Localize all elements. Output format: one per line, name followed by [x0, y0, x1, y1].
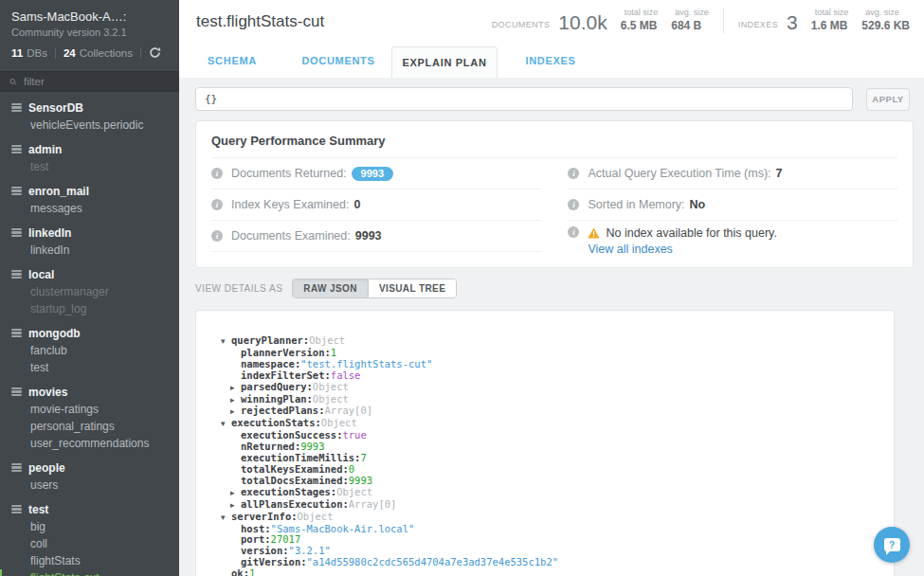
collection-item[interactable]: test: [0, 359, 179, 376]
collection-item[interactable]: startup_log: [0, 300, 179, 317]
tab[interactable]: INDEXES: [498, 43, 604, 78]
collection-item[interactable]: movie-ratings: [0, 401, 179, 418]
collection-item[interactable]: users: [0, 477, 179, 494]
json-value: Object: [313, 381, 349, 392]
json-value: true: [342, 429, 366, 441]
toggle-option[interactable]: RAW JSON: [293, 279, 368, 297]
database-name: linkedIn: [28, 226, 71, 240]
json-line: ok:1: [219, 568, 875, 576]
info-icon[interactable]: i: [211, 230, 223, 242]
database-item[interactable]: people: [0, 459, 179, 477]
summary-left-column: i Documents Returned: 9993 i Index Keys …: [211, 158, 541, 258]
tab-label: DOCUMENTS: [301, 55, 374, 66]
info-icon[interactable]: i: [568, 226, 579, 238]
apply-button[interactable]: APPLY: [866, 88, 910, 111]
info-icon[interactable]: i: [568, 199, 579, 210]
collection-item[interactable]: messages: [0, 200, 179, 217]
collection-item[interactable]: personal_ratings: [0, 418, 179, 435]
tab-bar: SCHEMA DOCUMENTS EXPLAIN PLAN INDEXES: [179, 43, 924, 78]
collection-name: user_recommendations: [30, 437, 149, 450]
collection-item[interactable]: user_recommendations: [0, 435, 179, 452]
collection-item[interactable]: fanclub: [0, 342, 179, 359]
expand-arrow-icon[interactable]: ▸: [230, 395, 241, 406]
expand-arrow-icon[interactable]: ▾: [221, 336, 231, 348]
database-item[interactable]: admin: [0, 140, 179, 158]
collection-item[interactable]: clustermanager: [0, 283, 179, 300]
collection-item[interactable]: test: [0, 158, 179, 175]
json-key: allPlansExecution:: [241, 498, 349, 510]
filter-input[interactable]: [24, 76, 170, 87]
json-value: 27017: [271, 533, 301, 545]
collection-list: linkedIn: [0, 242, 179, 259]
database-icon: [11, 387, 22, 397]
database-item[interactable]: linkedIn: [0, 224, 179, 242]
collection-list: users: [0, 477, 179, 494]
collection-name: test: [30, 160, 48, 173]
json-value: Object: [309, 334, 345, 346]
json-key: parsedQuery:: [241, 381, 313, 392]
database-name: movies: [28, 386, 67, 399]
toggle-option[interactable]: VISUAL TREE: [368, 279, 456, 297]
json-value: Array[0]: [349, 498, 397, 510]
info-icon[interactable]: i: [211, 199, 223, 210]
collection-item[interactable]: flightStats: [0, 552, 179, 569]
database-name: test: [28, 503, 48, 516]
refresh-icon-glyph: [149, 46, 161, 59]
database-item[interactable]: enron_mail: [0, 182, 179, 200]
json-key: ok:: [231, 567, 249, 576]
database-item[interactable]: mongodb: [0, 324, 179, 342]
help-button[interactable]: ?: [874, 527, 910, 563]
expand-arrow-icon[interactable]: ▾: [221, 513, 231, 524]
collection-list: test: [0, 158, 179, 175]
json-value: Object: [298, 511, 334, 522]
search-icon: [9, 77, 17, 87]
collection-item[interactable]: flightStats-cut: [0, 569, 179, 576]
database-item[interactable]: SensorDB: [0, 99, 179, 117]
json-value: "3.2.1": [289, 545, 331, 556]
query-input[interactable]: [195, 87, 853, 111]
json-key: queryPlanner:: [231, 334, 309, 346]
database-item[interactable]: local: [0, 265, 179, 283]
json-key: host:: [241, 523, 271, 534]
avg-size-label: avg. size: [675, 8, 709, 18]
info-icon[interactable]: i: [211, 168, 223, 179]
info-icon[interactable]: i: [568, 168, 579, 179]
view-details-row: VIEW DETAILS AS RAW JSON VISUAL TREE: [195, 279, 915, 298]
json-key: executionSuccess:: [241, 429, 342, 441]
toggle-option-label: RAW JSON: [303, 283, 357, 294]
total-size-label: total size: [625, 8, 659, 18]
database-item[interactable]: test: [0, 500, 179, 518]
view-all-indexes-link[interactable]: View all indexes: [588, 243, 672, 256]
query-bar: APPLY: [195, 87, 915, 111]
db-count: 11: [11, 47, 23, 59]
json-value: Array[0]: [325, 405, 373, 416]
instance-stats: 11 DBs 24 Collections: [11, 46, 168, 59]
database-icon: [11, 228, 22, 238]
json-key: executionStages:: [241, 486, 336, 497]
collection-item[interactable]: linkedIn: [0, 242, 179, 259]
collection-name: vehicleEvents.periodic: [30, 118, 143, 132]
json-key: executionTimeMillis:: [241, 452, 360, 463]
json-key: totalKeysExamined:: [241, 463, 349, 475]
collection-item[interactable]: coll: [0, 535, 179, 552]
collection-item[interactable]: big: [0, 518, 179, 535]
database-icon: [11, 329, 22, 338]
collection-list: messages: [0, 200, 179, 217]
expand-arrow-icon[interactable]: ▸: [230, 488, 241, 499]
documents-total-size: total size 6.5 MB: [616, 8, 659, 33]
tab[interactable]: SCHEMA: [179, 43, 285, 78]
expand-arrow-icon[interactable]: ▾: [221, 419, 231, 430]
page-title: test.flightStats-cut: [196, 12, 324, 31]
documents-count: 10.0k: [558, 12, 607, 33]
collection-list: big coll flightStats flightStats-cut: [0, 518, 179, 576]
json-value: Object: [336, 486, 372, 497]
collection-item[interactable]: vehicleEvents.periodic: [0, 117, 179, 134]
expand-arrow-icon[interactable]: ▸: [230, 383, 241, 394]
refresh-icon[interactable]: [149, 46, 161, 59]
tab[interactable]: EXPLAIN PLAN: [391, 46, 498, 78]
database-section: linkedIn linkedIn: [0, 224, 179, 259]
collection-list: vehicleEvents.periodic: [0, 117, 179, 134]
sidebar-header: Sams-MacBook-A…: Community version 3.2.1…: [0, 0, 179, 59]
database-item[interactable]: movies: [0, 383, 179, 401]
tab[interactable]: DOCUMENTS: [285, 43, 391, 78]
